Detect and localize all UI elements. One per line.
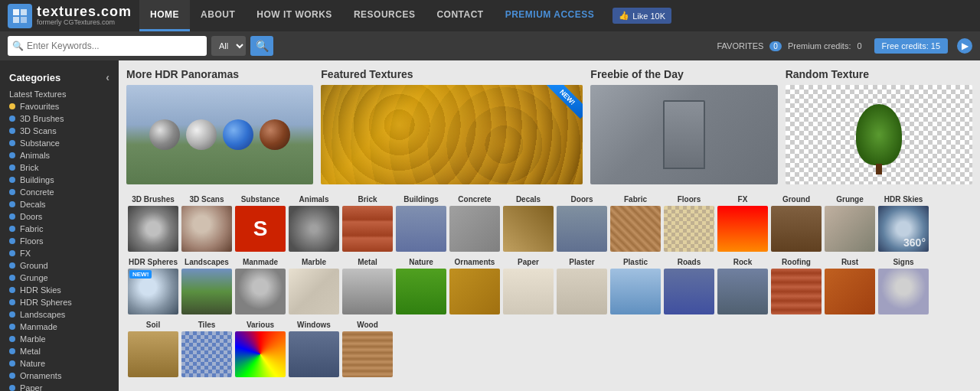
logo[interactable]: textures.com formerly CGTextures.com — [8, 4, 132, 28]
sidebar-dot-animals — [9, 152, 15, 158]
sidebar-item-floors[interactable]: Floors — [0, 235, 119, 247]
sidebar-item-marble[interactable]: Marble — [0, 333, 119, 345]
featured-textures-section[interactable]: Featured Textures NEW! — [321, 68, 583, 184]
sidebar-item-hdr-spheres[interactable]: HDR Spheres — [0, 296, 119, 308]
freebie-section[interactable]: Freebie of the Day — [590, 68, 777, 184]
cat-item-concrete[interactable]: Concrete — [448, 194, 501, 256]
cat-item-fx[interactable]: FX — [716, 194, 769, 256]
cat-item-manmade[interactable]: Manmade — [234, 256, 287, 319]
cat-label: Roofing — [771, 258, 822, 266]
next-arrow-button[interactable]: ▶ — [957, 38, 972, 54]
nav-contact[interactable]: CONTACT — [426, 0, 494, 31]
random-texture-image[interactable] — [786, 85, 972, 184]
cat-item-windows[interactable]: Windows — [287, 319, 341, 382]
nav-resources[interactable]: RESOURCES — [343, 0, 426, 31]
sidebar-item-concrete[interactable]: Concrete — [0, 186, 119, 198]
cat-item-plastic[interactable]: Plastic — [609, 256, 662, 319]
sidebar-item-paper[interactable]: Paper — [0, 382, 119, 391]
sidebar-item-ground[interactable]: Ground — [0, 259, 119, 272]
sidebar-item-nature[interactable]: Nature — [0, 357, 119, 370]
cat-thumb — [449, 269, 500, 314]
cat-item-roads[interactable]: Roads — [662, 256, 716, 319]
sidebar-item-buildings[interactable]: Buildings — [0, 174, 119, 186]
cat-label: Rust — [825, 258, 875, 266]
random-texture-section[interactable]: Random Texture — [786, 68, 972, 184]
featured-textures-image[interactable]: NEW! — [321, 85, 583, 184]
cat-label: Fabric — [610, 195, 661, 204]
category-select[interactable]: All — [211, 36, 246, 56]
cat-item-ground[interactable]: Ground — [769, 194, 823, 256]
cat-item-metal[interactable]: Metal — [341, 256, 394, 319]
cat-item-ornaments[interactable]: Ornaments — [448, 256, 501, 319]
nav-how-it-works[interactable]: HOW IT WORKS — [246, 0, 343, 31]
cat-item-rock[interactable]: Rock — [716, 256, 769, 319]
cat-item-paper[interactable]: Paper — [501, 256, 555, 319]
cat-item-tiles[interactable]: Tiles — [180, 319, 234, 382]
cat-thumb — [717, 269, 768, 314]
cat-item-marble[interactable]: Marble — [287, 256, 341, 319]
cat-item-nature[interactable]: Nature — [394, 256, 448, 319]
nav-premium-access[interactable]: PREMIUM ACCESS — [495, 0, 606, 31]
sidebar-item-manmade[interactable]: Manmade — [0, 321, 119, 333]
cat-item-various[interactable]: Various — [234, 319, 287, 382]
nav-about[interactable]: ABOUT — [190, 0, 246, 31]
sidebar-item-decals[interactable]: Decals — [0, 198, 119, 210]
cat-item-landscapes[interactable]: Landscapes — [180, 256, 234, 319]
cat-item-animals[interactable]: Animals — [287, 194, 341, 256]
sidebar-toggle[interactable]: ‹ — [106, 71, 109, 83]
cat-item-plaster[interactable]: Plaster — [555, 256, 609, 319]
cat-label: HDR Skies — [878, 195, 929, 204]
sidebar-item-doors[interactable]: Doors — [0, 210, 119, 223]
cat-item-floors[interactable]: Floors — [662, 194, 716, 256]
sidebar-item-landscapes[interactable]: Landscapes — [0, 308, 119, 321]
sidebar-item-brick[interactable]: Brick — [0, 161, 119, 174]
cat-item-signs[interactable]: Signs — [877, 256, 930, 319]
cat-label: Animals — [289, 195, 339, 204]
sidebar-item-substance[interactable]: Substance — [0, 137, 119, 149]
cat-item-hdr-skies[interactable]: HDR Skies360° — [877, 194, 930, 256]
cat-thumb — [181, 269, 232, 314]
cat-label: Plaster — [557, 258, 607, 266]
cat-item-decals[interactable]: Decals — [501, 194, 555, 256]
cat-item-3d-brushes[interactable]: 3D Brushes — [126, 194, 180, 256]
sidebar-dot-brick — [9, 165, 15, 171]
cat-item-fabric[interactable]: Fabric — [609, 194, 662, 256]
sidebar-item-ornaments[interactable]: Ornaments — [0, 370, 119, 382]
logo-subtitle: formerly CGTextures.com — [37, 19, 132, 27]
cat-item-hdr-spheres[interactable]: HDR SpheresNEW! — [126, 256, 180, 319]
sidebar-item-fabric[interactable]: Fabric — [0, 223, 119, 235]
cat-label: 3D Brushes — [128, 195, 178, 204]
free-credits-button[interactable]: Free credits: 15 — [874, 38, 948, 54]
cat-item-buildings[interactable]: Buildings — [394, 194, 448, 256]
search-input[interactable] — [27, 41, 202, 51]
facebook-like[interactable]: 👍 Like 10K — [612, 8, 671, 24]
sidebar-item-animals[interactable]: Animals — [0, 149, 119, 161]
cat-item-rust[interactable]: Rust — [823, 256, 877, 319]
cat-item-grunge[interactable]: Grunge — [823, 194, 877, 256]
cat-item-doors[interactable]: Doors — [555, 194, 609, 256]
hdr-panoramas-image[interactable] — [126, 85, 313, 184]
sidebar-item-latest[interactable]: Latest Textures — [0, 88, 119, 100]
sidebar-item-metal[interactable]: Metal — [0, 345, 119, 357]
cat-label: Buildings — [396, 195, 446, 204]
cat-item-soil[interactable]: Soil — [126, 319, 180, 382]
cat-item-substance[interactable]: SubstanceS — [234, 194, 287, 256]
nav-home[interactable]: HOME — [139, 0, 190, 31]
cat-label: Roads — [664, 258, 714, 266]
hdr-panoramas-section[interactable]: More HDR Panoramas — [126, 68, 313, 184]
cat-item-brick[interactable]: Brick — [341, 194, 394, 256]
sidebar-item-3dscans[interactable]: 3D Scans — [0, 125, 119, 137]
sidebar-item-fx[interactable]: FX — [0, 247, 119, 259]
sidebar-item-3dbrushes[interactable]: 3D Brushes — [0, 112, 119, 125]
cat-item-3d-scans[interactable]: 3D Scans — [180, 194, 234, 256]
freebie-image[interactable] — [590, 85, 777, 184]
sidebar-item-grunge[interactable]: Grunge — [0, 272, 119, 284]
sidebar-item-hdr-skies[interactable]: HDR Skies — [0, 284, 119, 296]
sidebar-item-favourites[interactable]: Favourites — [0, 100, 119, 112]
search-button[interactable]: 🔍 — [250, 36, 273, 56]
logo-icon — [8, 4, 32, 28]
cat-thumb — [342, 206, 393, 252]
cat-item-roofing[interactable]: Roofing — [769, 256, 823, 319]
cat-thumb — [503, 206, 554, 252]
cat-item-wood[interactable]: Wood — [341, 319, 394, 382]
